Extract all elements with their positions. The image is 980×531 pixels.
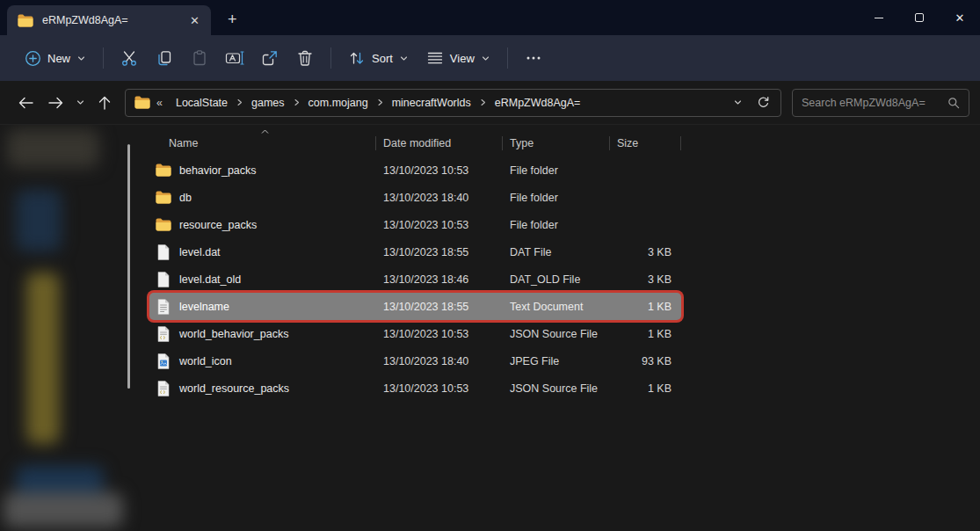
address-bar[interactable]: « LocalStategamescom.mojangminecraftWorl… <box>125 89 781 117</box>
file-name-cell: db <box>149 191 376 204</box>
folder-icon <box>156 191 171 204</box>
file-list: Name Date modified Type Size behavior_pa… <box>149 125 980 531</box>
delete-icon <box>297 49 313 67</box>
window-controls: ✕ <box>859 0 980 35</box>
column-header-type[interactable]: Type <box>503 137 610 149</box>
rename-icon <box>225 49 244 67</box>
cut-button[interactable] <box>112 42 147 74</box>
column-divider[interactable] <box>502 136 503 150</box>
explorer-tab[interactable]: eRMpZWd8AgA= ✕ <box>7 5 211 35</box>
chevron-down-icon <box>76 98 85 107</box>
file-type-cell: File folder <box>503 219 610 231</box>
minimize-button[interactable] <box>859 0 899 35</box>
refresh-button[interactable] <box>757 96 770 109</box>
table-row[interactable]: db13/10/2023 18:40File folder <box>149 184 681 211</box>
sort-button[interactable]: Sort <box>339 43 417 73</box>
chevron-down-icon <box>481 54 490 63</box>
close-button[interactable]: ✕ <box>940 0 980 35</box>
file-rows: behavior_packs13/10/2023 10:53File folde… <box>149 156 681 402</box>
file-name: world_resource_packs <box>179 382 289 395</box>
folder-icon <box>156 218 171 231</box>
column-header-size[interactable]: Size <box>610 137 681 149</box>
file-explorer-window: eRMpZWd8AgA= ✕ + ✕ New Sort <box>0 0 980 531</box>
toolbar: New Sort View <box>0 35 980 81</box>
table-row[interactable]: world_icon13/10/2023 18:40JPEG File93 KB <box>149 347 681 375</box>
file-size-cell: 1 KB <box>610 382 681 395</box>
tab-close-icon[interactable]: ✕ <box>184 12 206 29</box>
file-date-cell: 13/10/2023 18:40 <box>376 192 503 204</box>
sort-button-label: Sort <box>372 52 393 65</box>
text-file-icon <box>156 299 171 315</box>
file-name: levelname <box>179 301 229 313</box>
table-row[interactable]: world_behavior_packs13/10/2023 10:53JSON… <box>149 320 681 347</box>
plus-circle-icon <box>25 50 41 67</box>
file-name: level.dat <box>179 246 221 258</box>
search-icon <box>947 97 960 109</box>
maximize-button[interactable] <box>899 0 940 35</box>
forward-icon <box>48 97 63 109</box>
sort-ascending-icon <box>260 128 270 135</box>
file-date-cell: 13/10/2023 10:53 <box>376 219 503 231</box>
breadcrumb: LocalStategamescom.mojangminecraftWorlds… <box>171 94 727 112</box>
chevron-right-icon <box>477 98 489 107</box>
back-button[interactable] <box>11 89 40 117</box>
view-button[interactable]: View <box>417 44 499 72</box>
file-date-cell: 13/10/2023 18:46 <box>376 273 503 286</box>
file-name-cell: world_icon <box>149 353 376 369</box>
up-button[interactable] <box>90 89 120 117</box>
column-header-name[interactable]: Name <box>149 137 376 149</box>
file-type-cell: JSON Source File <box>503 382 610 395</box>
address-bar-right <box>733 96 772 109</box>
share-button[interactable] <box>252 42 287 74</box>
breadcrumb-item[interactable]: com.mojang <box>303 94 374 112</box>
file-size-cell: 3 KB <box>610 273 681 286</box>
column-divider[interactable] <box>609 136 610 150</box>
sidebar-scrollbar[interactable] <box>127 144 130 389</box>
file-date-cell: 13/10/2023 10:53 <box>376 164 503 177</box>
toolbar-separator <box>103 47 104 69</box>
view-button-label: View <box>450 52 475 65</box>
file-type-cell: File folder <box>503 164 610 177</box>
address-dropdown-button[interactable] <box>733 98 743 107</box>
breadcrumb-item[interactable]: eRMpZWd8AgA= <box>490 94 586 112</box>
table-row[interactable]: level.dat13/10/2023 18:55DAT File3 KB <box>149 238 681 266</box>
file-type-cell: JSON Source File <box>503 328 610 340</box>
file-name-cell: world_resource_packs <box>149 381 376 396</box>
file-type-cell: Text Document <box>503 301 610 313</box>
search-box <box>792 89 969 117</box>
table-row[interactable]: levelname13/10/2023 18:55Text Document1 … <box>149 293 681 320</box>
recent-locations-button[interactable] <box>70 89 90 117</box>
delete-button[interactable] <box>287 42 323 74</box>
new-button-label: New <box>47 52 70 65</box>
new-button[interactable]: New <box>16 44 95 73</box>
paste-button[interactable] <box>182 42 217 74</box>
rename-button[interactable] <box>217 42 252 74</box>
column-divider[interactable] <box>680 136 681 150</box>
column-header-date-modified[interactable]: Date modified <box>376 137 503 149</box>
table-row[interactable]: world_resource_packs13/10/2023 10:53JSON… <box>149 375 681 402</box>
file-name-cell: level.dat <box>149 244 376 260</box>
folder-icon <box>134 96 150 109</box>
search-input[interactable] <box>802 97 940 109</box>
column-divider[interactable] <box>375 136 376 150</box>
table-row[interactable]: resource_packs13/10/2023 10:53File folde… <box>149 211 681 238</box>
content-area: Name Date modified Type Size behavior_pa… <box>0 125 980 531</box>
breadcrumb-item[interactable]: games <box>246 94 290 112</box>
file-name: world_behavior_packs <box>179 328 288 340</box>
file-name-cell: behavior_packs <box>149 164 376 177</box>
breadcrumb-item[interactable]: minecraftWorlds <box>387 94 476 112</box>
image-file-icon <box>156 353 171 369</box>
sort-icon <box>348 49 366 67</box>
folder-icon <box>18 14 33 27</box>
copy-button[interactable] <box>147 42 182 74</box>
file-date-cell: 13/10/2023 18:55 <box>376 246 503 258</box>
table-row[interactable]: behavior_packs13/10/2023 10:53File folde… <box>149 156 681 184</box>
breadcrumb-overflow[interactable]: « <box>156 97 164 109</box>
breadcrumb-item[interactable]: LocalState <box>171 94 233 112</box>
forward-button[interactable] <box>40 89 70 117</box>
navigation-pane-blurred <box>0 125 149 531</box>
file-name: level.dat_old <box>179 273 241 286</box>
new-tab-button[interactable]: + <box>228 11 237 27</box>
table-row[interactable]: level.dat_old13/10/2023 18:46DAT_OLD Fil… <box>149 266 681 293</box>
more-options-button[interactable] <box>516 42 551 74</box>
